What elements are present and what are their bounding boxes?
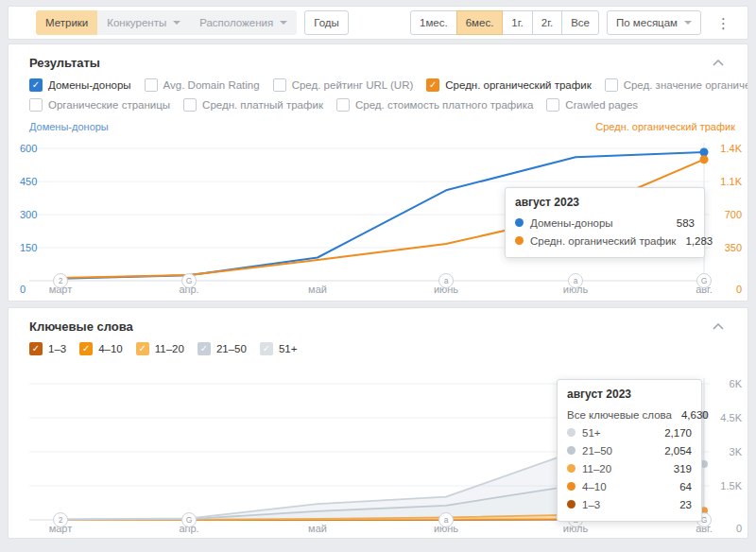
range-button-4[interactable]: Все [561, 10, 599, 35]
results-checkbox-6[interactable]: Средн. платный трафик [183, 98, 323, 112]
x-axis-month-label: май [308, 523, 327, 534]
range-button-3[interactable]: 2г. [532, 10, 562, 35]
collapse-keywords-button[interactable] [710, 320, 727, 333]
caret-down-icon [173, 21, 180, 25]
metrics-tab-button[interactable]: Метрики [36, 10, 97, 35]
checkbox-checked-box: ✓ [29, 78, 43, 92]
tooltip-row-value: 2,170 [655, 427, 692, 439]
checkbox-unchecked-box [546, 98, 559, 112]
checkbox-label: Органические страницы [48, 99, 170, 111]
date-range-segmented-control: 1мес.6мес.1г.2г.Все [410, 10, 599, 35]
series-dot-icon [567, 482, 576, 491]
tooltip-total-label: Все ключевые слова [567, 409, 672, 421]
tooltip-row: 21–502,054 [567, 441, 692, 459]
tooltip-total-value: 4,630 [672, 409, 709, 421]
results-section-title: Результаты [29, 56, 100, 70]
calendar-event-letter: G [701, 276, 708, 285]
tooltip-row-label: 51+ [582, 427, 601, 439]
checkbox-checked-box: ✓ [198, 342, 211, 355]
tooltip-row-value: 23 [670, 499, 692, 510]
calendar-event-letter: G [186, 515, 193, 525]
checkbox-unchecked-box [605, 78, 618, 92]
results-checkbox-0[interactable]: ✓Домены-доноры [29, 78, 131, 92]
checkbox-label: 11–20 [155, 343, 184, 354]
checkbox-checked-box: ✓ [426, 78, 439, 92]
calendar-event-letter: 2 [59, 276, 63, 285]
checkbox-unchecked-box [145, 78, 158, 92]
years-button[interactable]: Годы [304, 10, 349, 35]
tooltip-row-label: 1–3 [582, 499, 600, 510]
results-checkbox-3[interactable]: ✓Средн. органический трафик [426, 78, 591, 92]
competitors-label: Конкуренты [107, 17, 166, 28]
tooltip-title: август 2023 [567, 388, 692, 401]
results-metric-checkbox-row-2: Органические страницыСредн. платный траф… [9, 98, 747, 112]
checkbox-label: Средн. органический трафик [445, 79, 591, 91]
results-section: Результаты ✓Домены-донорыAvg. Domain Rat… [8, 43, 748, 302]
checkbox-checked-box: ✓ [29, 342, 43, 355]
granularity-dropdown[interactable]: По месяцам [607, 10, 701, 35]
caret-down-icon [684, 21, 692, 25]
checkbox-unchecked-box [29, 98, 43, 112]
range-button-1[interactable]: 6мес. [456, 10, 504, 35]
tooltip-rows: 51+2,17021–502,05411–203194–10641–323 [567, 423, 692, 513]
tooltip-rows: Домены-доноры583Средн. органический траф… [515, 214, 695, 250]
left-axis-tick-label: 300 [20, 209, 37, 220]
competitors-dropdown-button[interactable]: Конкуренты [97, 10, 190, 35]
tooltip-title: август 2023 [515, 196, 695, 209]
left-axis-tick-label: 0 [20, 284, 26, 295]
right-axis-tick-label: 1.5K [720, 480, 742, 492]
checkbox-label: Сред. рейтинг URL (UR) [292, 79, 414, 91]
results-checkbox-2[interactable]: Сред. рейтинг URL (UR) [273, 78, 414, 92]
checkbox-label: 51+ [279, 343, 298, 354]
checkbox-label: Средн. платный трафик [202, 99, 323, 111]
tooltip-row-label: Домены-доноры [530, 217, 613, 229]
keywords-checkbox-4[interactable]: ✓51+ [260, 342, 298, 355]
left-axis-tick-label: 600 [20, 143, 37, 154]
right-axis-tick-label: 1.4K [720, 143, 742, 154]
tooltip-row-value: 319 [664, 463, 692, 474]
locations-dropdown-button[interactable]: Расположения [190, 10, 297, 35]
results-checkbox-8[interactable]: Crawled pages [546, 98, 638, 112]
range-button-0[interactable]: 1мес. [410, 10, 457, 35]
toolbar-left-group: Метрики Конкуренты Расположения Годы [36, 10, 349, 35]
chart1-axis-titles: Домены-доноры Средн. органический трафик [9, 121, 747, 132]
kebab-menu-button[interactable]: ⋮ [713, 14, 734, 32]
keywords-checkbox-3[interactable]: ✓21–50 [198, 342, 247, 355]
results-checkbox-1[interactable]: Avg. Domain Rating [145, 78, 260, 92]
series-dot-icon [567, 428, 576, 437]
checkbox-unchecked-box [273, 78, 286, 92]
keywords-checkbox-0[interactable]: ✓1–3 [29, 342, 66, 355]
tooltip-row-label: 4–10 [582, 481, 607, 492]
right-axis-tick-label: 0 [736, 284, 742, 295]
tooltip-row-value: 1,283 [676, 235, 713, 247]
results-checkbox-7[interactable]: Сред. стоимость платного трафика [336, 98, 533, 112]
chevron-up-icon [713, 323, 724, 330]
tooltip-row: 4–1064 [567, 477, 692, 495]
checkbox-label: 1–3 [48, 343, 66, 354]
tooltip-row-value: 583 [667, 217, 695, 229]
keywords-range-checkbox-row: ✓1–3✓4–10✓11–20✓21–50✓51+ [9, 342, 747, 355]
series-end-dot [700, 155, 709, 164]
series-dot-icon [515, 236, 524, 245]
results-checkbox-5[interactable]: Органические страницы [29, 98, 170, 112]
results-checkbox-4[interactable]: Сред. значение органического трафика [605, 78, 747, 92]
chart1-tooltip: август 2023 Домены-доноры583Средн. орган… [505, 187, 705, 258]
keywords-checkbox-2[interactable]: ✓11–20 [136, 342, 184, 355]
results-metric-checkbox-row-1: ✓Домены-донорыAvg. Domain RatingСред. ре… [9, 78, 747, 92]
series-end-dot [700, 147, 709, 156]
right-axis-tick-label: 4.5K [720, 412, 742, 423]
locations-label: Расположения [199, 17, 273, 28]
x-axis-month-label: май [308, 284, 327, 295]
checkbox-label: Avg. Domain Rating [163, 79, 260, 91]
keywords-checkbox-1[interactable]: ✓4–10 [79, 342, 123, 355]
calendar-event-letter: G [186, 276, 193, 285]
range-button-2[interactable]: 1г. [502, 10, 532, 35]
checkbox-label: Сред. значение органического трафика [624, 79, 747, 91]
collapse-results-button[interactable] [710, 57, 727, 69]
caret-down-icon [280, 21, 287, 25]
tooltip-row-label: Средн. органический трафик [530, 235, 676, 247]
checkbox-unchecked-box [183, 98, 197, 112]
calendar-event-letter: a [574, 276, 578, 285]
keywords-section: Ключевые слова ✓1–3✓4–10✓11–20✓21–50✓51+… [8, 307, 748, 539]
checkbox-label: Домены-доноры [48, 79, 131, 91]
